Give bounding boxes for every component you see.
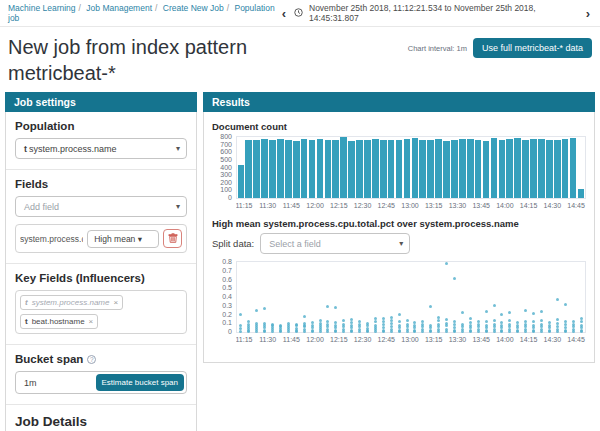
x-tick-label: 12:00 (304, 336, 326, 343)
top-bar: Machine Learning/ Job Management/ Create… (0, 0, 600, 27)
delete-field-button[interactable] (163, 229, 182, 248)
data-point (287, 322, 290, 325)
data-point (247, 320, 250, 323)
bar (269, 140, 276, 198)
data-point (398, 326, 401, 329)
data-point (493, 328, 496, 331)
data-point (564, 320, 567, 323)
x-tick-label: 13:00 (399, 202, 421, 209)
data-point (350, 321, 353, 324)
bar (491, 138, 498, 198)
y-tick-label: 0.3 (212, 302, 232, 309)
x-tick-label: 14:45 (565, 202, 586, 209)
bar (261, 139, 268, 198)
use-full-data-button[interactable]: Use full metricbeat-* data (473, 38, 592, 58)
bar (506, 139, 513, 198)
influencer-tag-label: system.process.name (32, 298, 110, 307)
data-point (398, 324, 401, 327)
data-point (263, 322, 266, 325)
data-point (493, 319, 496, 322)
field-type-badge: t (25, 298, 28, 307)
bar (538, 139, 545, 198)
bar (309, 140, 316, 198)
data-point (532, 320, 535, 323)
bar (396, 140, 403, 198)
bar (530, 139, 537, 198)
data-point (524, 323, 527, 326)
data-point (516, 321, 519, 324)
data-point (398, 329, 401, 332)
bar (348, 141, 355, 198)
chevron-down-icon: ▾ (176, 144, 180, 153)
data-point (469, 329, 472, 332)
x-tick-label: 12:15 (328, 336, 350, 343)
x-tick-label: 11:45 (280, 336, 302, 343)
x-tick-label: 11:30 (257, 336, 279, 343)
data-point (334, 321, 337, 324)
split-data-row: Split data: Select a field ▾ (212, 233, 586, 254)
data-point (319, 319, 322, 322)
bar (570, 138, 577, 198)
data-point (540, 328, 543, 331)
data-point (524, 320, 527, 323)
data-point (453, 277, 456, 280)
data-point (437, 316, 440, 319)
aggregation-select[interactable]: High mean ▾ (87, 230, 159, 248)
influencers-tagbox[interactable]: t system.process.name × t beat.hostname … (15, 290, 187, 334)
split-data-select[interactable]: Select a field ▾ (260, 233, 410, 254)
data-point (342, 323, 345, 326)
aggregation-select-value: High mean (94, 234, 135, 244)
data-point (572, 323, 575, 326)
data-point (453, 320, 456, 323)
time-range-text[interactable]: November 25th 2018, 11:12:21.534 to Nove… (309, 3, 578, 23)
data-point (580, 326, 583, 329)
bucket-span-input[interactable]: 1m (24, 378, 96, 388)
data-point (366, 322, 369, 325)
bar (578, 189, 585, 198)
breadcrumb-create-new-job[interactable]: Create New Job (163, 3, 224, 13)
breadcrumb-machine-learning[interactable]: Machine Learning (8, 3, 76, 13)
bar (522, 140, 529, 198)
data-point (580, 320, 583, 323)
breadcrumb-job-management[interactable]: Job Management (86, 3, 152, 13)
add-field-select[interactable]: Add field ▾ (15, 196, 187, 217)
influencers-heading: Key Fields (Influencers) (15, 272, 187, 284)
data-point (311, 326, 314, 329)
data-point (500, 324, 503, 327)
bucket-span-heading: Bucket span (15, 353, 83, 365)
close-icon[interactable]: × (89, 317, 94, 326)
x-tick-label: 12:45 (375, 336, 397, 343)
data-point (445, 318, 448, 321)
bar (514, 138, 521, 198)
bar (253, 140, 260, 198)
data-point (263, 329, 266, 332)
y-tick-label: 0.6 (212, 276, 232, 283)
population-select[interactable]: t system.process.name ▾ (15, 138, 187, 159)
y-tick-label: 0.1 (212, 319, 232, 326)
data-point (255, 309, 258, 312)
data-point (295, 327, 298, 330)
influencer-tag: t system.process.name × (20, 295, 123, 310)
estimate-bucket-span-button[interactable]: Estimate bucket span (96, 374, 184, 391)
data-point (532, 324, 535, 327)
y-tick-label: 0.2 (212, 311, 232, 318)
x-tick-label: 14:00 (494, 336, 516, 343)
close-icon[interactable]: × (113, 298, 118, 307)
time-prev-button[interactable]: ‹ (280, 9, 288, 18)
data-point (295, 323, 298, 326)
data-point (303, 315, 306, 318)
cpu-scatter-chart: 00.10.20.30.40.50.60.70.8 11:1511:3011:4… (212, 261, 586, 344)
bar (301, 139, 308, 198)
bar (554, 140, 561, 198)
y-tick-label: 800 (212, 133, 232, 140)
help-icon[interactable]: ? (87, 355, 96, 364)
bar (499, 140, 506, 198)
data-point (493, 304, 496, 307)
x-tick-label: 12:15 (328, 202, 350, 209)
time-next-button[interactable]: › (584, 9, 592, 18)
data-point (532, 329, 535, 332)
data-point (524, 309, 527, 312)
breadcrumb: Machine Learning/ Job Management/ Create… (8, 3, 280, 23)
x-tick-label: 13:00 (399, 336, 421, 343)
data-point (350, 329, 353, 332)
